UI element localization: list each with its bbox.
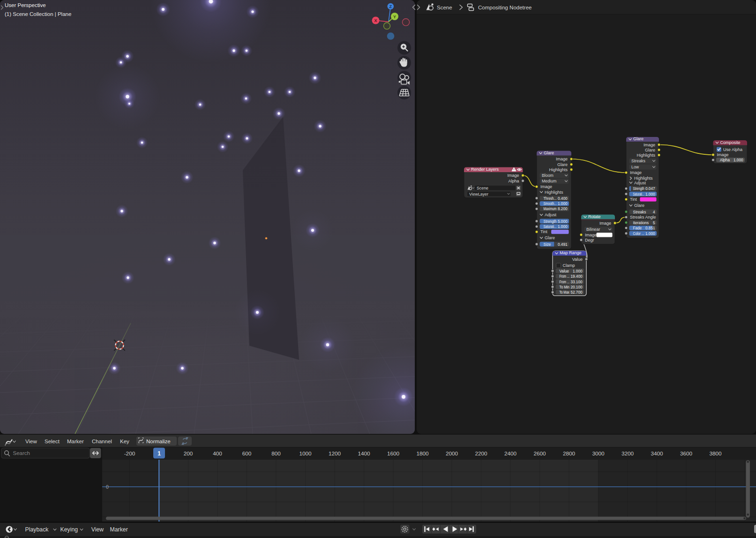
svg-text:3600: 3600 — [680, 450, 693, 457]
svg-text:To Min: To Min — [560, 285, 570, 289]
svg-text:3000: 3000 — [592, 450, 605, 457]
svg-text:User Perspective: User Perspective — [5, 2, 46, 8]
svg-text:To Max: To Max — [560, 290, 569, 295]
svg-text:Color ...: Color ... — [633, 232, 644, 236]
svg-text:Glare: Glare — [633, 136, 644, 141]
svg-text:Composite: Composite — [720, 140, 741, 145]
svg-text:Playback: Playback — [25, 526, 49, 533]
svg-text:Maximum: Maximum — [544, 207, 557, 211]
svg-text:1: 1 — [157, 450, 161, 457]
svg-text:20.100: 20.100 — [570, 285, 582, 289]
svg-text:Size: Size — [544, 242, 551, 247]
svg-text:Glare: Glare — [544, 151, 554, 155]
svg-text:Glare: Glare — [634, 203, 644, 208]
svg-text:2200: 2200 — [475, 450, 487, 457]
svg-text:Glare: Glare — [645, 148, 655, 152]
svg-text:Image: Image — [630, 170, 642, 175]
svg-text:Iterations: Iterations — [633, 221, 649, 225]
svg-text:Render Layers: Render Layers — [471, 167, 499, 172]
svg-text:1.000: 1.000 — [645, 192, 655, 197]
svg-text:1.000: 1.000 — [558, 202, 568, 206]
svg-text:Fade: Fade — [633, 226, 642, 230]
svg-text:Medium: Medium — [542, 179, 556, 183]
svg-text:0.491: 0.491 — [558, 242, 568, 247]
svg-text:Streaks: Streaks — [633, 210, 646, 214]
svg-text:Image: Image — [507, 173, 519, 178]
svg-text:Search: Search — [13, 450, 30, 456]
svg-text:Channel: Channel — [92, 439, 112, 444]
svg-text:1800: 1800 — [416, 450, 429, 457]
svg-text:Saturati...: Saturati... — [544, 225, 557, 229]
svg-text:Image: Image — [585, 233, 597, 237]
svg-text:2600: 2600 — [533, 450, 546, 457]
svg-text:2000: 2000 — [446, 450, 458, 457]
svg-text:Image: Image — [717, 152, 729, 157]
svg-text:1000: 1000 — [299, 450, 312, 457]
svg-text:Adjust: Adjust — [545, 212, 557, 217]
svg-text:4: 4 — [653, 210, 655, 214]
svg-text:Alpha: Alpha — [720, 158, 730, 162]
svg-text:1400: 1400 — [358, 450, 370, 457]
svg-text:Strength: Strength — [633, 187, 644, 191]
svg-text:Marker: Marker — [110, 526, 128, 533]
svg-text:200: 200 — [184, 450, 193, 457]
svg-text:Streaks: Streaks — [631, 159, 645, 163]
svg-text:Normalize: Normalize — [146, 439, 171, 444]
svg-text:3800: 3800 — [709, 450, 722, 457]
svg-text:Bloom: Bloom — [542, 173, 554, 178]
svg-text:Glare: Glare — [557, 162, 568, 167]
svg-text:Value: Value — [560, 269, 569, 273]
svg-text:1.000: 1.000 — [734, 158, 743, 162]
svg-text:5: 5 — [653, 221, 655, 225]
svg-text:Highlights: Highlights — [545, 190, 563, 195]
svg-text:8.200: 8.200 — [558, 207, 568, 211]
svg-text:Compositing Nodetree: Compositing Nodetree — [478, 5, 531, 10]
svg-text:Select: Select — [45, 439, 60, 444]
svg-text:Highlights: Highlights — [636, 153, 655, 158]
svg-text:Map Range: Map Range — [560, 250, 582, 255]
svg-text:Scene: Scene — [477, 186, 488, 190]
svg-text:ViewLayer: ViewLayer — [469, 192, 488, 197]
svg-text:19.400: 19.400 — [570, 274, 582, 279]
svg-text:1.000: 1.000 — [645, 232, 655, 236]
svg-text:Value: Value — [572, 257, 583, 262]
svg-text:-200: -200 — [124, 450, 135, 457]
svg-text:Tint: Tint — [630, 197, 637, 202]
svg-text:0.047: 0.047 — [645, 187, 655, 191]
svg-text:Use Alpha: Use Alpha — [723, 147, 742, 152]
svg-text:Image: Image — [556, 157, 568, 161]
svg-text:1600: 1600 — [387, 450, 400, 457]
svg-text:Tint: Tint — [540, 229, 547, 234]
svg-text:Thresh...: Thresh... — [544, 197, 557, 201]
svg-text:800: 800 — [271, 450, 281, 457]
svg-text:400: 400 — [213, 450, 222, 457]
svg-text:3200: 3200 — [621, 450, 634, 457]
svg-text:Highlights: Highlights — [549, 167, 568, 172]
svg-text:5.000: 5.000 — [558, 220, 568, 224]
svg-text:0.400: 0.400 — [558, 197, 568, 201]
svg-text:Marker: Marker — [67, 439, 84, 444]
svg-text:X: X — [374, 18, 377, 23]
svg-text:View: View — [25, 439, 37, 444]
svg-text:Saturati...: Saturati... — [633, 192, 644, 197]
svg-text:0.851: 0.851 — [645, 226, 655, 230]
svg-text:Adjust: Adjust — [634, 181, 646, 185]
svg-text:Image: Image — [599, 221, 611, 226]
svg-text:1.000: 1.000 — [558, 225, 568, 229]
svg-text:From ...: From ... — [560, 280, 569, 284]
svg-text:(1) Scene Collection | Plane: (1) Scene Collection | Plane — [5, 11, 71, 17]
svg-text:52.700: 52.700 — [570, 290, 582, 295]
svg-text:Low: Low — [631, 165, 639, 169]
svg-text:View: View — [91, 526, 104, 533]
svg-text:1.000: 1.000 — [573, 269, 583, 273]
svg-text:Y: Y — [393, 15, 396, 19]
svg-text:Scene: Scene — [437, 5, 452, 10]
svg-text:Z: Z — [389, 4, 392, 9]
svg-text:33.100: 33.100 — [570, 280, 582, 284]
svg-text:0: 0 — [106, 484, 109, 490]
svg-text:Keying: Keying — [60, 526, 78, 533]
svg-text:Highlights: Highlights — [634, 176, 653, 181]
svg-text:Rotate: Rotate — [588, 214, 601, 219]
svg-text:Smooth...: Smooth... — [544, 202, 557, 206]
svg-text:1200: 1200 — [329, 450, 341, 457]
